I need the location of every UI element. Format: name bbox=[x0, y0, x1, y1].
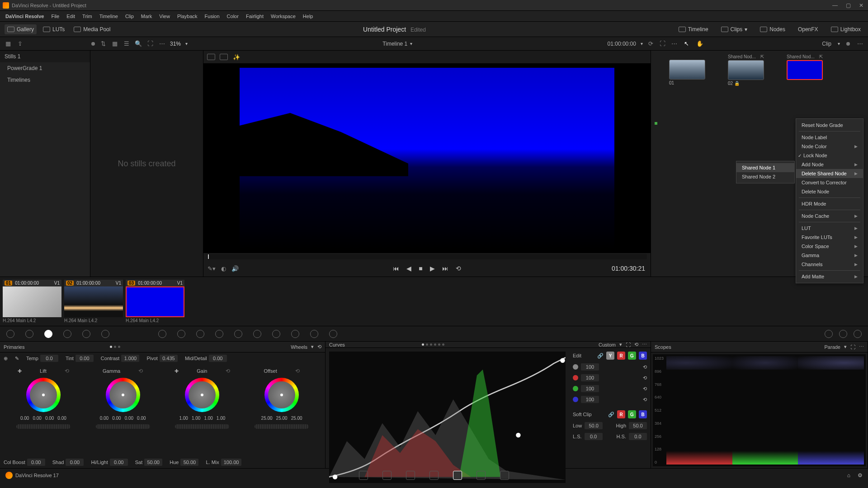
menu-mark[interactable]: Mark bbox=[137, 14, 156, 19]
hdr-wheels-icon[interactable] bbox=[63, 330, 71, 338]
ctx-lut[interactable]: LUT▶ bbox=[796, 224, 863, 233]
bypass-icon[interactable]: ⟳ bbox=[647, 40, 655, 47]
ctx-lock-node[interactable]: ✓Lock Node bbox=[796, 151, 863, 160]
shad-value[interactable]: 0.00 bbox=[66, 459, 84, 466]
window-icon[interactable] bbox=[215, 330, 223, 338]
stills-export-icon[interactable]: ⇪ bbox=[16, 40, 24, 47]
submenu-shared-node-2[interactable]: Shared Node 2 bbox=[736, 172, 794, 181]
close-button[interactable]: ✕ bbox=[859, 2, 863, 9]
ctx-add-node[interactable]: Add Node▶ bbox=[796, 160, 863, 169]
curves-reset-icon[interactable]: ⟲ bbox=[634, 342, 638, 347]
node-zoom-slider[interactable] bbox=[846, 42, 850, 46]
info-icon[interactable] bbox=[854, 330, 862, 338]
fullscreen-icon[interactable]: ⛶ bbox=[659, 40, 666, 47]
magic-icon[interactable]: ✨ bbox=[232, 54, 241, 60]
gamma-wheel[interactable] bbox=[106, 378, 140, 412]
softclip-b-button[interactable]: B bbox=[639, 410, 647, 418]
menu-playback[interactable]: Playback bbox=[174, 14, 201, 19]
menu-workspace[interactable]: Workspace bbox=[267, 14, 299, 19]
color-page-icon[interactable] bbox=[453, 471, 462, 480]
softclip-r-button[interactable]: R bbox=[617, 410, 625, 418]
offset-reset-icon[interactable]: ⟲ bbox=[295, 368, 300, 374]
loop-button[interactable]: ⟲ bbox=[456, 265, 461, 272]
highlight-mode-icon[interactable] bbox=[207, 54, 215, 60]
stills-tab[interactable]: Stills 1 bbox=[0, 51, 90, 62]
media-page-icon[interactable] bbox=[359, 471, 368, 480]
search-icon[interactable]: 🔍 bbox=[135, 40, 142, 47]
keyframe-icon[interactable] bbox=[825, 330, 833, 338]
settings-icon[interactable]: ⚙ bbox=[858, 472, 863, 479]
hue-value[interactable]: 50.00 bbox=[180, 459, 198, 466]
rgb-mixer-icon[interactable] bbox=[82, 330, 90, 338]
softclip-low[interactable]: 50.0 bbox=[585, 422, 603, 429]
menu-app[interactable]: DaVinci Resolve bbox=[2, 14, 47, 19]
motion-icon[interactable] bbox=[101, 330, 109, 338]
minimize-button[interactable]: — bbox=[832, 2, 838, 9]
stills-size-slider[interactable] bbox=[91, 42, 95, 46]
pivot-value[interactable]: 0.435 bbox=[160, 355, 178, 362]
transport-timecode[interactable]: 01:00:30:21 bbox=[612, 265, 645, 272]
ctx-convert[interactable]: Convert to Corrector bbox=[796, 178, 863, 187]
stop-button[interactable]: ■ bbox=[419, 265, 422, 272]
tracking-icon[interactable] bbox=[234, 330, 242, 338]
menu-color[interactable]: Color bbox=[223, 14, 242, 19]
curve-r-button[interactable]: R bbox=[617, 352, 625, 360]
scopes-more-icon[interactable]: ⋯ bbox=[859, 344, 864, 350]
audio-icon[interactable]: 🔊 bbox=[231, 265, 239, 272]
3d-icon[interactable] bbox=[329, 330, 337, 338]
menu-file[interactable]: File bbox=[47, 14, 63, 19]
expand-icon[interactable]: ⛶ bbox=[146, 40, 154, 47]
grid-icon[interactable]: ▦ bbox=[111, 40, 118, 47]
primaries-reset-icon[interactable]: ⟲ bbox=[317, 344, 321, 350]
cut-page-icon[interactable] bbox=[382, 471, 392, 480]
tint-value[interactable]: 0.00 bbox=[75, 355, 94, 362]
node-01[interactable]: 01 bbox=[669, 60, 705, 85]
clip-thumbnail-01[interactable]: 0101:00:00:00V1 H.264 Main L4.2 bbox=[3, 280, 61, 323]
nodes-more-icon[interactable]: ⋯ bbox=[856, 40, 863, 47]
lightbox-button[interactable]: Lightbox bbox=[828, 24, 863, 34]
gain-jog[interactable] bbox=[175, 424, 229, 429]
timeline-button[interactable]: Timeline bbox=[676, 24, 711, 34]
qualifier-icon[interactable] bbox=[196, 330, 204, 338]
curve-b-button[interactable]: B bbox=[639, 352, 647, 360]
menu-fusion[interactable]: Fusion bbox=[201, 14, 223, 19]
ctx-gamma[interactable]: Gamma▶ bbox=[796, 251, 863, 260]
lift-jog[interactable] bbox=[16, 424, 71, 429]
curves-mode-dropdown[interactable]: Custom bbox=[599, 342, 616, 347]
menu-help[interactable]: Help bbox=[299, 14, 317, 19]
menu-clip[interactable]: Clip bbox=[122, 14, 137, 19]
nodes-button[interactable]: Nodes bbox=[757, 24, 788, 34]
viewer-image[interactable] bbox=[240, 68, 614, 249]
edit-page-icon[interactable] bbox=[406, 471, 415, 480]
ctx-node-color[interactable]: Node Color▶ bbox=[796, 142, 863, 151]
magic-mask-icon[interactable] bbox=[253, 330, 261, 338]
node-03-selected[interactable]: Shared Nod...⇱ bbox=[787, 54, 823, 80]
ctx-delete-node[interactable]: Delete Node bbox=[796, 187, 863, 196]
gain-wheel[interactable] bbox=[185, 378, 219, 412]
curves-graph[interactable] bbox=[329, 352, 566, 483]
curve-g-button[interactable]: G bbox=[628, 352, 636, 360]
pointer-icon[interactable]: ↖ bbox=[683, 40, 690, 47]
menu-edit[interactable]: Edit bbox=[63, 14, 79, 19]
deliver-page-icon[interactable] bbox=[500, 471, 509, 480]
first-frame-button[interactable]: ⏮ bbox=[393, 265, 399, 272]
camera-raw-icon[interactable] bbox=[6, 330, 14, 338]
list-icon[interactable]: ☰ bbox=[123, 40, 130, 47]
softclip-high[interactable]: 50.0 bbox=[629, 422, 647, 429]
clip-mode[interactable]: Clip bbox=[822, 41, 831, 47]
key-icon[interactable] bbox=[291, 330, 299, 338]
curves-expand-icon[interactable]: ⛶ bbox=[626, 342, 631, 347]
offset-wheel[interactable] bbox=[264, 378, 299, 412]
picker-tool-icon[interactable]: ✎ bbox=[15, 356, 19, 361]
ctx-addmatte[interactable]: Add Matte▶ bbox=[796, 272, 863, 281]
gain-reset-icon[interactable]: ⟲ bbox=[226, 368, 230, 374]
scopes-expand-icon[interactable]: ⛶ bbox=[850, 344, 855, 350]
softclip-ls[interactable]: 0.0 bbox=[585, 433, 603, 440]
fairlight-page-icon[interactable] bbox=[476, 471, 486, 480]
curve-g-value[interactable]: 100 bbox=[581, 385, 599, 392]
menu-timeline[interactable]: Timeline bbox=[96, 14, 122, 19]
viewer-timecode[interactable]: 01:00:00:00 bbox=[608, 41, 636, 47]
timeline-name[interactable]: Timeline 1 bbox=[382, 41, 407, 47]
menu-fairlight[interactable]: Fairlight bbox=[242, 14, 267, 19]
ctx-hdr[interactable]: HDR Mode bbox=[796, 199, 863, 208]
